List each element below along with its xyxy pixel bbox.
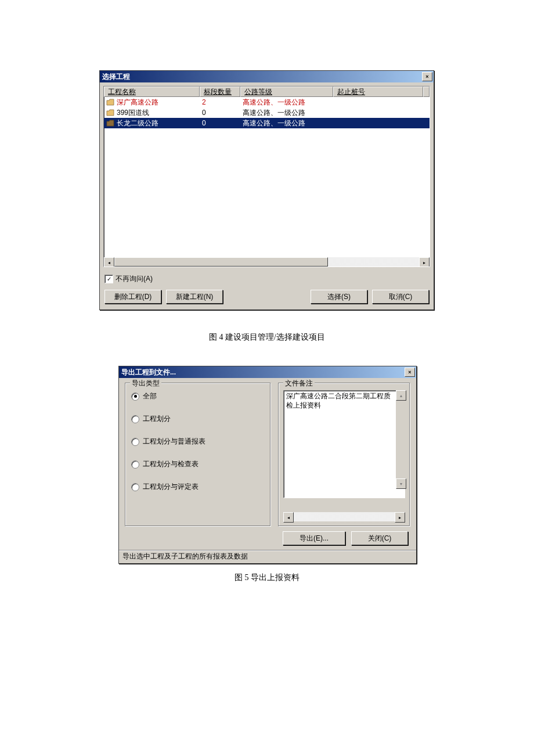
export-type-group: 导出类型 全部 工程划分 工程划分与普通报表 工程划分与检查表: [125, 383, 271, 527]
check-icon: ✓: [104, 275, 113, 283]
cancel-button[interactable]: 取消(C): [372, 290, 429, 304]
cell-grade: 高速公路、一级公路: [240, 118, 333, 128]
cell-name: 长龙二级公路: [117, 118, 158, 128]
radio-icon: [131, 460, 139, 469]
scroll-up-icon[interactable]: ▴: [396, 390, 406, 401]
export-project-dialog: 导出工程到文件... × 导出类型 全部 工程划分 工程划分与普通报表: [118, 366, 417, 564]
close-button[interactable]: 关闭(C): [351, 531, 408, 545]
export-type-legend: 导出类型: [130, 379, 161, 388]
scroll-left-icon[interactable]: ◂: [283, 512, 294, 523]
scroll-down-icon[interactable]: ▾: [396, 478, 406, 489]
radio-division-check-sheet[interactable]: 工程划分与检查表: [131, 459, 265, 469]
cell-grade: 高速公路、一级公路: [240, 108, 333, 118]
cell-name: 深广高速公路: [117, 98, 158, 107]
folder-icon: [106, 99, 114, 106]
horizontal-scrollbar[interactable]: ◂ ▸: [104, 257, 430, 267]
scroll-right-icon[interactable]: ▸: [419, 257, 430, 267]
col-extra[interactable]: [423, 87, 430, 97]
col-project-name[interactable]: 工程名称: [104, 87, 200, 97]
close-icon[interactable]: ×: [422, 72, 432, 81]
cell-qty: 0: [200, 109, 240, 117]
figure-caption-5: 图 5 导出上报资料: [0, 573, 534, 583]
select-button[interactable]: 选择(S): [311, 290, 367, 304]
radio-icon: [131, 483, 139, 491]
radio-label: 工程划分与评定表: [143, 482, 199, 492]
radio-label: 全部: [143, 391, 157, 401]
radio-all[interactable]: 全部: [131, 391, 265, 401]
folder-icon: [106, 120, 114, 127]
select-project-dialog: 选择工程 × 工程名称 标段数量 公路等级 起止桩号 深广高速公路: [99, 70, 434, 310]
cell-qty: 2: [200, 98, 240, 106]
dialog2-titlebar[interactable]: 导出工程到文件... ×: [119, 366, 416, 378]
scroll-right-icon[interactable]: ▸: [395, 512, 405, 523]
export-button[interactable]: 导出(E)...: [283, 531, 345, 545]
radio-label: 工程划分与检查表: [143, 459, 199, 469]
col-stake-range[interactable]: 起止桩号: [333, 87, 423, 97]
dont-ask-label: 不再询问(A): [116, 274, 153, 284]
col-road-grade[interactable]: 公路等级: [240, 87, 333, 97]
cell-name: 399国道线: [117, 108, 149, 118]
table-row[interactable]: 长龙二级公路 0 高速公路、一级公路: [104, 118, 430, 128]
scroll-left-icon[interactable]: ◂: [104, 257, 114, 267]
folder-icon: [106, 109, 114, 116]
col-section-qty[interactable]: 标段数量: [200, 87, 240, 97]
radio-icon: [131, 393, 139, 401]
scrollbar-thumb[interactable]: [114, 257, 328, 267]
radio-label: 工程划分与普通报表: [143, 437, 205, 447]
note-horizontal-scrollbar[interactable]: ◂ ▸: [283, 512, 405, 521]
close-icon[interactable]: ×: [405, 368, 415, 377]
dialog1-title: 选择工程: [102, 72, 422, 82]
radio-division[interactable]: 工程划分: [131, 414, 265, 424]
status-bar: 导出选中工程及子工程的所有报表及数据: [119, 550, 416, 563]
radio-division-normal-report[interactable]: 工程划分与普通报表: [131, 437, 265, 447]
file-note-legend: 文件备注: [283, 379, 315, 388]
radio-label: 工程划分: [143, 414, 171, 424]
file-note-group: 文件备注 深广高速公路二合段第二期工程质检上报资料 ▴ ▾ ◂ ▸: [278, 383, 410, 527]
note-vertical-scrollbar[interactable]: ▴ ▾: [396, 390, 405, 489]
dont-ask-checkbox[interactable]: ✓ 不再询问(A): [104, 274, 429, 284]
radio-icon: [131, 438, 139, 446]
new-project-button[interactable]: 新建工程(N): [166, 290, 223, 304]
project-list: 工程名称 标段数量 公路等级 起止桩号 深广高速公路 2 高速公路、一级公路: [103, 86, 430, 267]
table-row[interactable]: 深广高速公路 2 高速公路、一级公路: [104, 97, 430, 107]
list-rows: 深广高速公路 2 高速公路、一级公路 399国道线 0 高速公路、一级公路: [104, 97, 430, 128]
radio-icon: [131, 415, 139, 423]
table-row[interactable]: 399国道线 0 高速公路、一级公路: [104, 107, 430, 118]
list-header: 工程名称 标段数量 公路等级 起止桩号: [104, 87, 430, 97]
cell-qty: 0: [200, 119, 240, 127]
radio-division-eval-sheet[interactable]: 工程划分与评定表: [131, 482, 265, 492]
dialog2-title: 导出工程到文件...: [121, 368, 405, 377]
cell-grade: 高速公路、一级公路: [240, 98, 333, 107]
figure-caption-4: 图 4 建设项目管理/选择建设项目: [0, 332, 534, 343]
delete-project-button[interactable]: 删除工程(D): [104, 290, 161, 304]
dialog1-titlebar[interactable]: 选择工程 ×: [100, 71, 434, 82]
file-note-textarea[interactable]: 深广高速公路二合段第二期工程质检上报资料: [283, 390, 405, 498]
